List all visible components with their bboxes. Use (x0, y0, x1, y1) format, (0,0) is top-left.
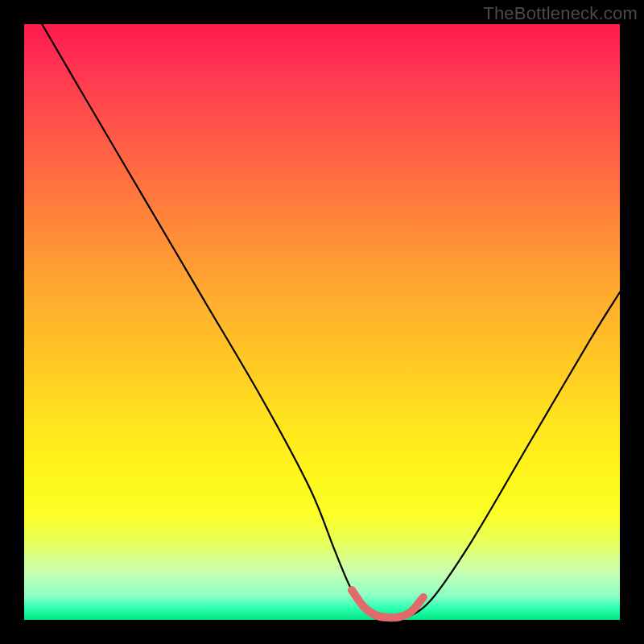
curve-svg (24, 24, 620, 620)
watermark-text: TheBottleneck.com (483, 3, 638, 24)
optimal-range-marker (352, 590, 423, 617)
bottleneck-curve (42, 24, 620, 621)
chart-frame: TheBottleneck.com (0, 0, 644, 644)
gradient-plot-area (24, 24, 620, 620)
